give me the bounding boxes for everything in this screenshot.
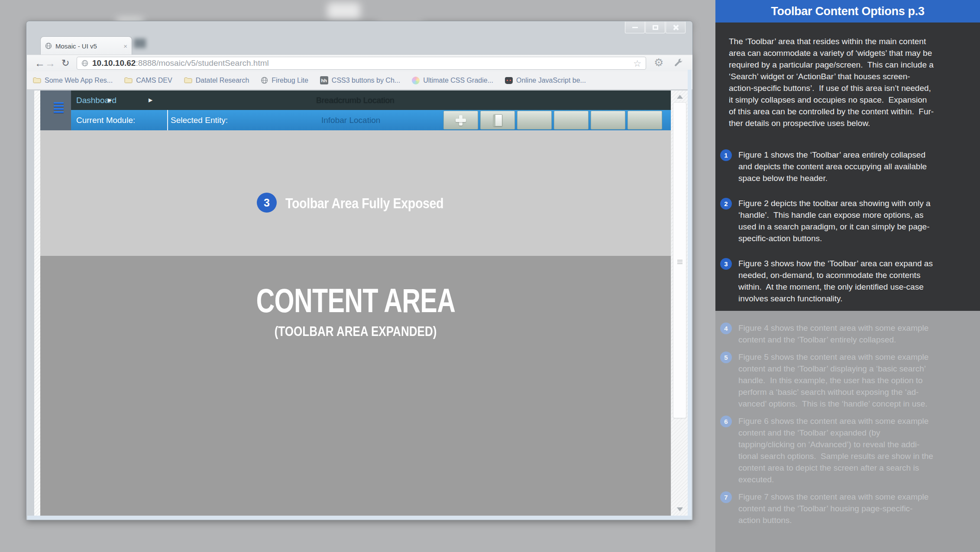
bookmark-star-icon[interactable]: ☆ bbox=[633, 59, 641, 68]
annotation-panel: Toolbar Content Options p.3 The ‘Toolbar… bbox=[715, 0, 980, 552]
hamburger-menu-icon[interactable] bbox=[54, 102, 64, 113]
browser-toolbar: ← → ↻ 10.10.10.62:8888/mosaic/v5/student… bbox=[27, 55, 692, 71]
figure-note-7: 7 Figure 7 shows the content area with s… bbox=[715, 491, 972, 526]
figure-note-text: Figure 6 shows the content area with som… bbox=[738, 415, 933, 485]
figure-note-text: Figure 1 shows the ‘Toolbar’ area entire… bbox=[738, 149, 927, 184]
toolbar-area-expanded: 3 Toolbar Area Fully Exposed bbox=[40, 130, 671, 256]
folder-icon bbox=[33, 77, 41, 84]
figure-note-5: 5 Figure 5 shows the content area with s… bbox=[715, 351, 972, 410]
page-header: Dashboard ▶ ▶ Breadcrumb Location bbox=[71, 90, 671, 110]
bookmark-item[interactable]: Firebug Lite bbox=[261, 77, 308, 84]
blurred-window-shape bbox=[327, 3, 360, 19]
hh-icon: hh bbox=[320, 76, 328, 84]
url-text: 10.10.10.62:8888/mosaic/v5/studentSearch… bbox=[92, 58, 269, 68]
figure-number-badge: 1 bbox=[720, 149, 732, 161]
scroll-up-arrow-icon[interactable] bbox=[677, 95, 683, 99]
blurred-tab bbox=[134, 39, 146, 48]
figure-note-text: Figure 4 shows the content area with som… bbox=[738, 322, 928, 345]
bookmark-label: Ultimate CSS Gradie... bbox=[423, 77, 493, 84]
toolbar-button-blank[interactable] bbox=[627, 111, 662, 129]
bookmark-item[interactable]: Online JavaScript be... bbox=[505, 77, 586, 84]
maximize-icon bbox=[653, 25, 658, 30]
figure-note-text: Figure 3 shows how the ‘Toolbar’ area ca… bbox=[738, 258, 933, 304]
globe-icon bbox=[81, 60, 88, 67]
bookmark-item[interactable]: CAMS DEV bbox=[124, 77, 172, 84]
figure-note-text: Figure 7 shows the content area with som… bbox=[738, 491, 928, 526]
breadcrumb-arrow-icon: ▶ bbox=[108, 97, 112, 103]
notebook-icon bbox=[493, 114, 502, 126]
bookmark-label: CSS3 buttons by Ch... bbox=[332, 77, 400, 84]
content-area-title: CONTENT AREA bbox=[256, 281, 455, 320]
figure-number-badge: 6 bbox=[720, 416, 732, 427]
plus-icon bbox=[455, 114, 467, 126]
figure-note-4: 4 Figure 4 shows the content area with s… bbox=[715, 322, 972, 345]
globe-icon bbox=[45, 42, 52, 49]
bookmark-item[interactable]: Datatel Research bbox=[184, 77, 249, 84]
browser-tab[interactable]: Mosaic - UI v5 × bbox=[40, 36, 132, 55]
minimize-icon bbox=[632, 27, 638, 28]
breadcrumb-watermark: Breadcrumb Location bbox=[316, 96, 395, 105]
breadcrumb-arrow-icon: ▶ bbox=[149, 97, 152, 103]
bookmarks-bar: Some Web App Res... CAMS DEV Datatel Res… bbox=[27, 71, 692, 90]
scrollbar-thumb[interactable] bbox=[673, 102, 686, 418]
window-frame-edge bbox=[688, 70, 692, 516]
globe-icon bbox=[261, 77, 268, 84]
forward-icon[interactable]: → bbox=[45, 57, 55, 70]
current-module-label: Current Module: bbox=[76, 116, 135, 125]
content-area: CONTENT AREA (TOOLBAR AREA EXPANDED) bbox=[40, 256, 671, 516]
bookmark-item[interactable]: Ultimate CSS Gradie... bbox=[412, 77, 493, 84]
figure-3-label: Toolbar Area Fully Exposed bbox=[285, 195, 443, 212]
reload-icon[interactable]: ↻ bbox=[61, 57, 69, 70]
panel-dimmed-section: 4 Figure 4 shows the content area with s… bbox=[715, 311, 980, 526]
figure-number-badge: 5 bbox=[720, 352, 732, 363]
browser-window: Mosaic - UI v5 × ← → ↻ 10.10.10.62:8888/… bbox=[26, 21, 693, 520]
figure-note-3: 3 Figure 3 shows how the ‘Toolbar’ area … bbox=[715, 258, 972, 304]
wrench-menu-icon[interactable] bbox=[673, 58, 683, 70]
toolbar-notebook-button[interactable] bbox=[480, 111, 515, 129]
scroll-down-arrow-icon[interactable] bbox=[677, 507, 683, 511]
scrollbar-grip-icon bbox=[677, 260, 682, 264]
figure-number-badge: 2 bbox=[720, 198, 732, 210]
infobar-divider bbox=[167, 110, 168, 130]
minimize-button[interactable] bbox=[625, 22, 645, 33]
bookmark-label: CAMS DEV bbox=[136, 77, 172, 84]
selected-entity-label: Selected Entity: bbox=[171, 116, 228, 125]
back-icon[interactable]: ← bbox=[35, 57, 45, 70]
figure-number-badge: 7 bbox=[720, 491, 732, 503]
url-path: :8888/mosaic/v5/studentSearch.html bbox=[136, 58, 268, 68]
desktop: Mosaic - UI v5 × ← → ↻ 10.10.10.62:8888/… bbox=[0, 0, 980, 552]
page-scrollbar[interactable] bbox=[671, 90, 688, 516]
toolbar-button-blank[interactable] bbox=[554, 111, 589, 129]
infobar-watermark: Infobar Location bbox=[321, 116, 380, 125]
tab-title: Mosaic - UI v5 bbox=[55, 42, 120, 50]
toolbar-add-button[interactable] bbox=[443, 111, 478, 129]
figure-note-text: Figure 5 shows the content area with som… bbox=[738, 351, 928, 410]
window-frame-edge bbox=[27, 516, 692, 520]
close-icon bbox=[673, 24, 679, 31]
bookmark-label: Online JavaScript be... bbox=[516, 77, 586, 84]
infobar: Current Module: Selected Entity: Infobar… bbox=[71, 110, 671, 130]
bookmark-item[interactable]: Some Web App Res... bbox=[33, 77, 113, 84]
toolbar-button-blank[interactable] bbox=[591, 111, 625, 129]
tab-close-icon[interactable]: × bbox=[123, 43, 127, 49]
bookmark-item[interactable]: hh CSS3 buttons by Ch... bbox=[320, 76, 400, 84]
maximize-button[interactable] bbox=[645, 22, 665, 33]
panel-title: Toolbar Content Options p.3 bbox=[715, 0, 980, 23]
toolbar-button-blank[interactable] bbox=[517, 111, 552, 129]
page-left-margin bbox=[34, 90, 40, 516]
extensions-gear-icon[interactable]: ⚙ bbox=[654, 56, 663, 69]
figure-note-2: 2 Figure 2 depicts the toolbar area show… bbox=[715, 197, 972, 244]
figure-note-text: Figure 2 depicts the toolbar area showin… bbox=[738, 197, 931, 244]
figure-number-badge: 3 bbox=[720, 258, 732, 270]
bookmark-label: Some Web App Res... bbox=[45, 77, 113, 84]
figure-note-6: 6 Figure 6 shows the content area with s… bbox=[715, 415, 972, 485]
folder-icon bbox=[184, 77, 192, 84]
close-button[interactable] bbox=[666, 22, 686, 33]
robot-icon bbox=[505, 77, 513, 84]
content-area-subtitle: (TOOLBAR AREA EXPANDED) bbox=[275, 324, 437, 339]
figure-3-badge: 3 bbox=[257, 193, 277, 213]
page-viewport: Dashboard ▶ ▶ Breadcrumb Location Curren… bbox=[40, 90, 671, 516]
url-bar[interactable]: 10.10.10.62:8888/mosaic/v5/studentSearch… bbox=[77, 57, 646, 70]
gradient-circle-icon bbox=[412, 77, 420, 84]
nav-drawer-strip bbox=[40, 90, 71, 132]
